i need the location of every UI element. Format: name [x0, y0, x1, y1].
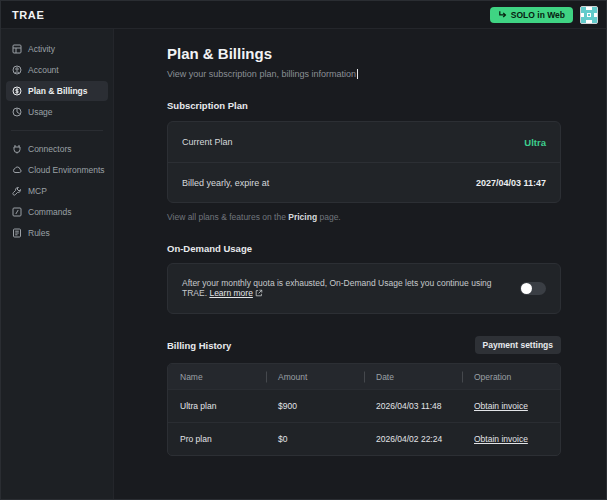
cell-amount: $900 — [266, 401, 364, 411]
billing-history-heading: Billing History — [167, 340, 231, 351]
current-plan-row: Current Plan Ultra — [168, 122, 560, 162]
learn-more-link[interactable]: Learn more — [209, 288, 252, 298]
sidebar-item-connectors[interactable]: Connectors — [6, 139, 108, 159]
current-plan-value: Ultra — [524, 137, 546, 148]
sidebar-item-usage[interactable]: Usage — [6, 102, 108, 122]
obtain-invoice-link[interactable]: Obtain invoice — [474, 434, 528, 444]
cell-date: 2026/04/03 11:48 — [364, 401, 462, 411]
footnote-suffix: page. — [317, 212, 341, 222]
plans-footnote: View all plans & features on the Pricing… — [167, 212, 561, 222]
sidebar-item-label: Account — [28, 65, 59, 75]
text-caret — [357, 69, 358, 79]
subscription-plan-card: Current Plan Ultra Billed yearly, expire… — [167, 121, 561, 203]
table-row: Pro plan $0 2026/04/02 22:24 Obtain invo… — [168, 422, 560, 455]
column-header-operation: Operation — [462, 372, 560, 382]
sidebar-item-label: Plan & Billings — [28, 86, 88, 96]
sidebar-item-label: MCP — [28, 186, 47, 196]
cell-name: Ultra plan — [168, 401, 266, 411]
sidebar-item-commands[interactable]: Commands — [6, 202, 108, 222]
page-subtitle: View your subscription plan, billings in… — [167, 69, 561, 79]
on-demand-usage-card: After your monthly quota is exhausted, O… — [167, 263, 561, 314]
cell-date: 2026/04/02 22:24 — [364, 434, 462, 444]
billed-expiry-value: 2027/04/03 11:47 — [476, 178, 546, 188]
cell-name: Pro plan — [168, 434, 266, 444]
trae-settings-window: TRAE SOLO in Web — [0, 0, 607, 500]
toggle-knob — [521, 283, 532, 294]
table-row: Ultra plan $900 2026/04/03 11:48 Obtain … — [168, 389, 560, 422]
activity-icon — [12, 44, 22, 54]
connectors-icon — [12, 144, 22, 154]
on-demand-description: After your monthly quota is exhausted, O… — [182, 278, 508, 299]
enter-arrow-icon — [498, 10, 507, 19]
column-header-name: Name — [168, 372, 266, 382]
sidebar-item-label: Activity — [28, 44, 55, 54]
billing-history-table: Name Amount Date Operation Ultra plan $9… — [167, 363, 561, 456]
sidebar-item-cloud-environments[interactable]: Cloud Environments — [6, 160, 108, 180]
solo-in-web-button[interactable]: SOLO in Web — [490, 7, 573, 23]
table-header-row: Name Amount Date Operation — [168, 364, 560, 389]
column-header-amount: Amount — [266, 372, 364, 382]
payment-settings-button[interactable]: Payment settings — [475, 336, 561, 354]
trae-logo: TRAE — [12, 9, 44, 21]
external-link-icon — [255, 289, 263, 299]
main-content: Plan & Billings View your subscription p… — [115, 29, 606, 499]
sidebar-item-label: Connectors — [28, 144, 71, 154]
cloud-icon — [12, 165, 22, 175]
sidebar-item-label: Usage — [28, 107, 53, 117]
on-demand-toggle[interactable] — [520, 282, 546, 295]
sidebar-item-mcp[interactable]: MCP — [6, 181, 108, 201]
rules-icon — [12, 228, 22, 238]
sidebar-item-label: Rules — [28, 228, 50, 238]
billed-label: Billed yearly, expire at — [182, 178, 269, 188]
sidebar-item-label: Cloud Environments — [28, 165, 105, 175]
billed-row: Billed yearly, expire at 2027/04/03 11:4… — [168, 162, 560, 202]
sidebar-item-account[interactable]: Account — [6, 60, 108, 80]
settings-sidebar: Activity Account Plan & Billings — [1, 29, 114, 499]
on-demand-usage-heading: On-Demand Usage — [167, 243, 561, 254]
top-bar: TRAE SOLO in Web — [1, 1, 606, 29]
sidebar-item-activity[interactable]: Activity — [6, 39, 108, 59]
billing-icon — [12, 86, 22, 96]
pricing-link[interactable]: Pricing — [288, 212, 317, 222]
sidebar-item-plan-billings[interactable]: Plan & Billings — [6, 81, 108, 101]
account-icon — [12, 65, 22, 75]
usage-icon — [12, 107, 22, 117]
current-plan-label: Current Plan — [182, 137, 233, 147]
mcp-icon — [12, 186, 22, 196]
sidebar-item-rules[interactable]: Rules — [6, 223, 108, 243]
column-header-date: Date — [364, 372, 462, 382]
footnote-prefix: View all plans & features on the — [167, 212, 288, 222]
solo-button-label: SOLO in Web — [511, 10, 565, 20]
cell-amount: $0 — [266, 434, 364, 444]
sidebar-item-label: Commands — [28, 207, 71, 217]
subscription-plan-heading: Subscription Plan — [167, 100, 561, 111]
billing-history-header: Billing History Payment settings — [167, 336, 561, 354]
sidebar-divider — [11, 130, 103, 131]
user-avatar[interactable] — [580, 6, 598, 24]
commands-icon — [12, 207, 22, 217]
page-title: Plan & Billings — [167, 45, 561, 62]
obtain-invoice-link[interactable]: Obtain invoice — [474, 401, 528, 411]
page-subtitle-text: View your subscription plan, billings in… — [167, 69, 356, 79]
topbar-right: SOLO in Web — [490, 6, 598, 24]
